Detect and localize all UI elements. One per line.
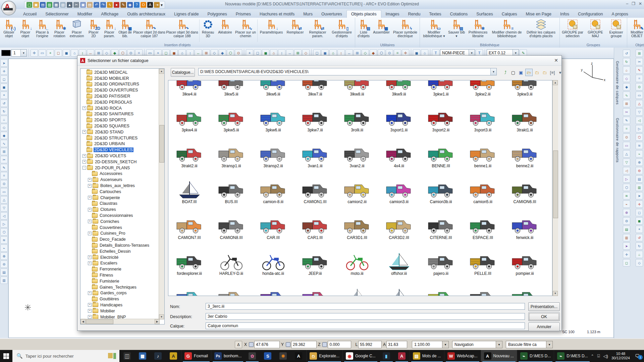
ribbon-button-remplacer-param-[interactable]: ⇄Remplacer param. xyxy=(306,18,329,43)
left-tool-icon[interactable]: ↺ xyxy=(0,100,8,107)
webacap-window[interactable]: WWebAcap... xyxy=(444,350,481,362)
arcplus-app-icon[interactable]: A xyxy=(291,350,306,362)
left-tool-icon[interactable]: △ xyxy=(0,196,8,203)
right-tool-icon[interactable]: ◼ xyxy=(636,217,643,225)
ok-button[interactable]: OK xyxy=(528,312,560,321)
tree-item-2d-3d-mobilier[interactable]: 2D&3D MOBILIER xyxy=(80,75,158,81)
open-file-icon[interactable]: ▣ xyxy=(33,2,39,8)
tree-item-claustras[interactable]: Claustras xyxy=(80,201,158,207)
tool-icon[interactable]: ✛ xyxy=(31,49,38,57)
ribbon-button-placer-symbole-lectrique[interactable]: ϟPlacer symbole électrique xyxy=(391,18,419,43)
catalogue-file-3pkw6-iii[interactable]: 3pkw6.iii xyxy=(252,98,294,134)
catalogue-file-benne2-iii[interactable]: benne2.iii xyxy=(504,134,546,170)
scroll-right-icon[interactable]: ▶ xyxy=(155,319,160,324)
left-tool-icon[interactable]: ≋ xyxy=(0,236,8,244)
maximize-button[interactable]: ❐ xyxy=(632,1,635,6)
expand-icon[interactable]: + xyxy=(88,291,92,295)
open-folder-icon[interactable]: 🗁 xyxy=(525,69,533,76)
right-tool-icon[interactable]: ▽ xyxy=(636,108,643,116)
tab-s-lectionner[interactable]: Sélectionner xyxy=(41,10,73,18)
catalogue-file-honda-atc-iii[interactable]: honda-atc.iii xyxy=(252,241,294,277)
tree-item-boites-aux-lettres[interactable]: +Boites_aux_lettres xyxy=(80,183,158,189)
catalogue-file-3rolli-iii[interactable]: 3rolli.iii xyxy=(336,98,378,134)
ribbon-button-gestionnaire-d-objets[interactable]: ▯Gestionnaire d'objets xyxy=(329,18,354,43)
tree-item-charpente[interactable]: +Charpente xyxy=(80,195,158,201)
tree-item-2d-pour-plans[interactable]: -2D-POUR_PLANS xyxy=(80,165,158,171)
tree-item-2d-3d-urbain[interactable]: 2D&3D URBAIN xyxy=(80,141,158,147)
save-all-icon[interactable]: ▥ xyxy=(47,2,52,8)
right-tool-icon[interactable]: ∿ xyxy=(623,92,630,99)
expand-icon[interactable]: + xyxy=(83,160,86,164)
right-tool-icon[interactable]: ↺ xyxy=(636,234,643,241)
tab-images[interactable]: Images xyxy=(381,10,404,18)
right-tool-icon[interactable]: ➤ xyxy=(636,192,643,199)
right-tool-icon[interactable]: ▤ xyxy=(636,175,643,183)
right-tool-icon[interactable]: ⊕ xyxy=(636,159,643,166)
right-tool-icon[interactable]: ◁ xyxy=(636,117,643,124)
tree-item-2d-3d-patissier[interactable]: 2D&3D PATISSIER xyxy=(80,93,158,99)
catalogue-file-3lkw5-iii[interactable]: 3lkw5.iii xyxy=(210,80,252,98)
right-tool-icon[interactable]: ⌗ xyxy=(623,125,630,132)
up-folder-icon[interactable]: ⤴ xyxy=(502,69,509,76)
new-file-icon[interactable]: ▢ xyxy=(26,2,32,8)
left-tool-icon[interactable]: ∿ xyxy=(0,140,8,147)
tree-item-echelles-dessin[interactable]: Echelles_Dessin xyxy=(80,248,158,254)
catalogue-file-fordexplorer-iii[interactable]: fordexplorer.iii xyxy=(168,241,210,277)
chrome-window[interactable]: ◉Google C... xyxy=(342,350,379,362)
catalogue-file-3trakt2-iii[interactable]: 3trakt2.iii xyxy=(168,134,210,170)
delta-toggle[interactable]: Δ xyxy=(235,341,242,348)
tree-item-2d-3d-volets[interactable]: +2D&3D VOLETS xyxy=(80,153,158,159)
ribbon-button-placer-extrusion[interactable]: Placer extrusion xyxy=(68,18,86,43)
catalogue-file-benne1-iii[interactable]: benne1.iii xyxy=(462,134,504,170)
tree-item-escaliers[interactable]: +Escaliers xyxy=(80,260,158,266)
catalogue-file-3lkw8-iii[interactable]: 3lkw8.iii xyxy=(336,80,378,98)
notification-center[interactable]: 🗨 1 xyxy=(633,353,641,359)
ribbon-button-pr-f-rences-librairie[interactable]: ✻Préférences librairie xyxy=(466,18,490,43)
paint-app-icon[interactable]: S xyxy=(260,350,275,362)
x-coordinate[interactable]: 47.676 xyxy=(254,341,280,348)
tree-item-electricit-[interactable]: +Electricité xyxy=(80,254,158,260)
right-tool-icon[interactable]: ≋ xyxy=(623,192,630,199)
right-tool-icon[interactable]: ⌁ xyxy=(636,150,643,158)
right-tool-icon[interactable]: ◻ xyxy=(623,259,630,266)
combo-dropdown-icon[interactable]: ▼ xyxy=(490,68,496,75)
catalogue-file-3van1-iii[interactable]: 3van1.iii xyxy=(294,134,336,170)
ribbon-button-modifier-biblioth-que-[interactable]: ▭Modifier bibliothèque ▾ xyxy=(421,18,447,43)
stop-icon[interactable]: ● xyxy=(114,2,119,8)
catalogue-file-3pkw5-iii[interactable]: 3pkw5.iii xyxy=(210,98,252,134)
tab-affichage[interactable]: Affichage xyxy=(97,10,123,18)
layer-color-swatch[interactable] xyxy=(1,50,11,56)
scale-combo[interactable]: 1:100.00▼ xyxy=(412,341,449,348)
catalogue-file-espace-iii[interactable]: ESPACE.III xyxy=(462,205,504,241)
catalogue-file-offshor-iii[interactable]: offshor.iii xyxy=(378,241,420,277)
left-tool-icon[interactable]: ⌂ xyxy=(0,116,8,123)
expand-icon[interactable]: + xyxy=(88,261,92,265)
scroll-down-icon[interactable]: ▼ xyxy=(553,291,558,296)
tab-infos[interactable]: Infos xyxy=(556,10,574,18)
right-tool-icon[interactable]: ⊕ xyxy=(623,209,630,216)
word-window[interactable]: ▤Mots de ... xyxy=(410,350,444,362)
right-tool-icon[interactable]: ⊙ xyxy=(636,83,643,90)
right-tool-icon[interactable]: ↻ xyxy=(623,58,630,65)
amazon-music-icon[interactable]: ♪ xyxy=(150,350,166,362)
ribbon-button-sauver-bib-[interactable]: ▤Sauver bib ▾ xyxy=(447,18,466,43)
ribbon-button-liste-d-objets[interactable]: ▤Liste d'objets xyxy=(356,18,371,43)
catalogue-path-combo[interactable]: D:\MES DOCUMENTS\ARCALIB-EVO\2D&3D VEHIC… xyxy=(198,68,497,75)
volume-icon[interactable]: ◁) xyxy=(603,354,608,359)
angle-value[interactable]: 31.63 xyxy=(386,341,407,348)
help-icon[interactable]: ? xyxy=(134,2,140,8)
right-tool-icon[interactable]: ↺ xyxy=(623,50,630,57)
dmes-window-1[interactable]: ⌁D:\MES D... xyxy=(517,350,554,362)
reports-manager-tab[interactable]: Gestionnaire de rapports xyxy=(615,118,620,163)
taskbar-clock[interactable]: 10:4830/12/2024 xyxy=(611,352,630,360)
tab-prismes[interactable]: Prismes xyxy=(231,10,255,18)
catalogue-file-3sport1-iii[interactable]: 3sport1.iii xyxy=(378,98,420,134)
left-tool-icon[interactable]: ↻ xyxy=(0,108,8,115)
right-tool-icon[interactable]: ⌖ xyxy=(636,226,643,233)
tab-modifier[interactable]: Modifier xyxy=(73,10,97,18)
tree-item-fumisterie[interactable]: Fumisterie xyxy=(80,278,158,284)
catalogue-file-4x4-iii[interactable]: 4x4.iii xyxy=(378,134,420,170)
ribbon-button-placer-param-[interactable]: ↓Placer param. xyxy=(101,18,117,43)
right-tool-icon[interactable]: ▷ xyxy=(623,175,630,183)
tab-textes[interactable]: Textes xyxy=(425,10,445,18)
